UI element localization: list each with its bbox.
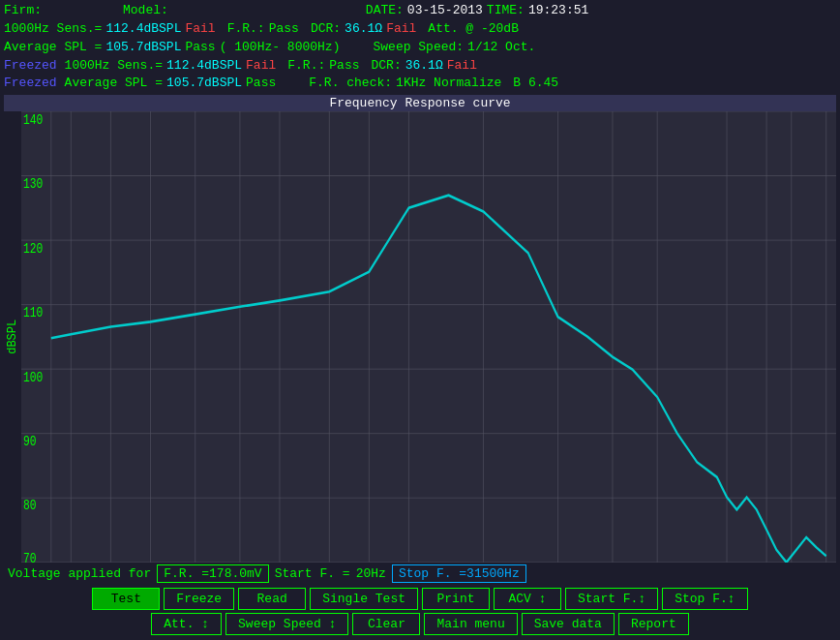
sens-status-4: Fail <box>246 57 276 76</box>
frozen-label-5: Freezed <box>4 75 57 93</box>
svg-text:110: 110 <box>23 305 43 321</box>
dcr-label-4: DCR: <box>372 57 402 76</box>
range-3: ( 100Hz- 8000Hz) <box>220 39 341 57</box>
start-f-button[interactable]: Start F.↕ <box>565 588 658 610</box>
sens-status-2: Fail <box>185 20 215 39</box>
dcr-status-2: Fail <box>386 20 416 39</box>
chart-title: Frequency Response curve <box>4 95 836 111</box>
time-val: 19:23:51 <box>528 2 588 20</box>
svg-text:130: 130 <box>23 176 43 193</box>
chart-container: dBSPL 140 130 <box>4 111 836 563</box>
fr-label-2: F.R.: <box>227 20 265 39</box>
frequency-response-chart: 140 130 120 110 100 90 80 70 <box>21 111 836 563</box>
b-val-5: B 6.45 <box>513 75 558 93</box>
avg-val-3: 105.7dBSPL <box>105 39 181 57</box>
svg-rect-0 <box>21 111 836 563</box>
dcr-status-4: Fail <box>447 57 477 76</box>
fr-status-2: Pass <box>269 20 299 39</box>
report-button[interactable]: Report <box>618 613 689 635</box>
print-button[interactable]: Print <box>422 588 490 610</box>
save-data-button[interactable]: Save data <box>522 613 615 635</box>
frozen-label-4: Freezed <box>4 57 57 76</box>
fr-box: F.R. =178.0mV <box>157 564 268 583</box>
header-line3: Average SPL = 105.7dBSPL Pass ( 100Hz- 8… <box>4 39 836 57</box>
avg-label-5: Average SPL = <box>65 75 163 93</box>
sens-label-4: 1000Hz Sens.= <box>65 57 163 76</box>
sens-val-2: 112.4dBSPL <box>105 20 181 39</box>
svg-text:90: 90 <box>23 434 37 450</box>
sens-label-2: 1000Hz Sens.= <box>4 20 102 39</box>
fr-check-val-5: 1KHz Normalize <box>396 75 501 93</box>
stop-f-button[interactable]: Stop F.↕ <box>662 588 747 610</box>
dcr-val-4: 36.1Ω <box>405 57 443 76</box>
button-row-2: Att. ↕ Sweep Speed ↕ Clear Main menu Sav… <box>8 613 832 635</box>
start-label: Start F. = <box>275 566 350 581</box>
model-label: Model: <box>123 2 168 20</box>
single-test-button[interactable]: Single Test <box>310 588 418 610</box>
main-screen: Firm: Model: DATE: 03-15-2013 TIME: 19:2… <box>0 0 840 640</box>
att-button[interactable]: Att. ↕ <box>151 613 222 635</box>
fr-check-label-5: F.R. check: <box>309 75 392 93</box>
bottom-info: Voltage applied for F.R. =178.0mV Start … <box>4 563 836 585</box>
header-line1: Firm: Model: DATE: 03-15-2013 TIME: 19:2… <box>4 2 836 20</box>
start-val: 20Hz <box>356 566 386 581</box>
freeze-button[interactable]: Freeze <box>164 588 234 610</box>
fr-label-4: F.R.: <box>287 57 325 76</box>
firm-label: Firm: <box>4 2 42 20</box>
att-label-2: Att. @ -20dB <box>428 20 519 39</box>
chart-area: Frequency Response curve dBSPL <box>4 95 836 563</box>
date-val: 03-15-2013 <box>407 2 483 20</box>
dcr-label-2: DCR: <box>311 20 341 39</box>
test-button[interactable]: Test <box>92 588 160 610</box>
fr-status-4: Pass <box>329 57 359 76</box>
sens-val-4: 112.4dBSPL <box>166 57 242 76</box>
svg-text:100: 100 <box>23 371 43 387</box>
main-menu-button[interactable]: Main menu <box>424 613 517 635</box>
button-rows: Test Freeze Read Single Test Print ACV ↕… <box>4 585 836 638</box>
dcr-val-2: 36.1Ω <box>345 20 382 39</box>
y-axis-label: dBSPL <box>4 111 21 563</box>
sweep-label-3: Sweep Speed: <box>373 39 464 57</box>
svg-text:140: 140 <box>23 112 43 129</box>
sweep-val-3: 1/12 Oct. <box>467 39 535 57</box>
date-label: DATE: <box>366 2 404 20</box>
voltage-label: Voltage applied for <box>8 566 151 581</box>
avg-status-5: Pass <box>246 75 276 93</box>
sweep-speed-button[interactable]: Sweep Speed ↕ <box>225 613 348 635</box>
button-row-1: Test Freeze Read Single Test Print ACV ↕… <box>8 588 832 610</box>
header-line2: 1000Hz Sens.= 112.4dBSPL Fail F.R.: Pass… <box>4 20 836 39</box>
avg-label-3: Average SPL = <box>4 39 102 57</box>
chart-inner: 140 130 120 110 100 90 80 70 <box>21 111 836 563</box>
header-section: Firm: Model: DATE: 03-15-2013 TIME: 19:2… <box>4 2 836 93</box>
clear-button[interactable]: Clear <box>352 613 420 635</box>
avg-status-3: Pass <box>185 39 215 57</box>
svg-text:120: 120 <box>23 241 43 258</box>
acv-button[interactable]: ACV ↕ <box>494 588 561 610</box>
stop-box: Stop F. =31500Hz <box>392 564 526 583</box>
svg-text:70: 70 <box>23 551 37 563</box>
svg-text:80: 80 <box>23 498 37 514</box>
avg-val-5: 105.7dBSPL <box>166 75 242 93</box>
header-line5: Freezed Average SPL = 105.7dBSPL Pass F.… <box>4 75 836 93</box>
read-button[interactable]: Read <box>238 588 306 610</box>
time-label: TIME: <box>487 2 525 20</box>
header-line4: Freezed 1000Hz Sens.= 112.4dBSPL Fail F.… <box>4 57 836 76</box>
